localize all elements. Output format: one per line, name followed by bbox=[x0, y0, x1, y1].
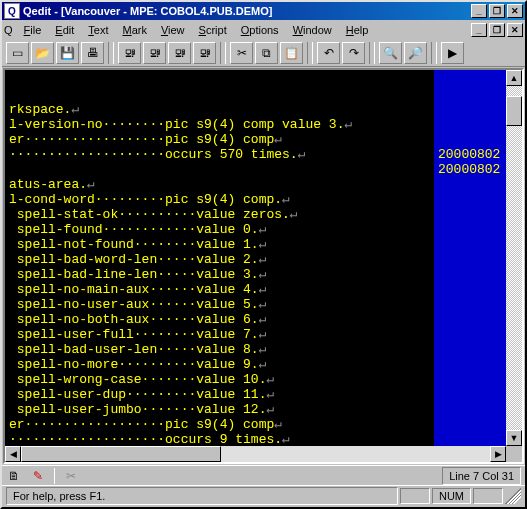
editor-line[interactable]: l-version-no········pic s9(4) comp value… bbox=[9, 117, 502, 132]
doc-minimize-button[interactable]: _ bbox=[471, 23, 487, 37]
gutter-line bbox=[438, 267, 502, 282]
paste-icon[interactable]: 📋 bbox=[280, 42, 303, 64]
menu-options[interactable]: Options bbox=[234, 22, 286, 38]
vertical-scrollbar[interactable]: ▲ ▼ bbox=[506, 70, 522, 446]
find-icon[interactable]: 🔍 bbox=[379, 42, 402, 64]
editor-line[interactable]: spell-not-found········value 1.↵ bbox=[9, 237, 502, 252]
menu-file[interactable]: File bbox=[17, 22, 49, 38]
gutter-line bbox=[438, 72, 502, 87]
editor-line[interactable]: spell-user-jumbo·······value 12.↵ bbox=[9, 402, 502, 417]
editor-line[interactable]: spell-no-main-aux······value 4.↵ bbox=[9, 282, 502, 297]
compile-icon[interactable]: ▶ bbox=[441, 42, 464, 64]
menu-text[interactable]: Text bbox=[81, 22, 115, 38]
scroll-corner bbox=[506, 446, 522, 462]
gutter-line bbox=[438, 222, 502, 237]
statusbar: For help, press F1. NUM bbox=[2, 485, 525, 505]
gutter-line: 20000802 bbox=[438, 147, 502, 162]
open-icon[interactable]: 📂 bbox=[31, 42, 54, 64]
code-editor[interactable]: rkspace.↵l-version-no········pic s9(4) c… bbox=[5, 70, 506, 446]
editor-line[interactable]: rkspace.↵ bbox=[9, 102, 502, 117]
editor-line[interactable]: spell-wrong-case·······value 10.↵ bbox=[9, 372, 502, 387]
gutter-line bbox=[438, 87, 502, 102]
editor-line[interactable]: spell-bad-word-len·····value 2.↵ bbox=[9, 252, 502, 267]
gutter-line bbox=[438, 387, 502, 402]
hscroll-track[interactable] bbox=[21, 446, 490, 462]
print-icon[interactable]: 🖶 bbox=[81, 42, 104, 64]
doc-maximize-button[interactable]: ❐ bbox=[489, 23, 505, 37]
toolbar-separator bbox=[108, 42, 114, 64]
host-icon[interactable]: 🖳 bbox=[118, 42, 141, 64]
host-save-icon[interactable]: 🖳 bbox=[168, 42, 191, 64]
toolbar-separator bbox=[431, 42, 437, 64]
scroll-right-icon[interactable]: ▶ bbox=[490, 446, 506, 462]
editor-line[interactable]: ····················occurs 570 times.↵ bbox=[9, 147, 502, 162]
copy-icon[interactable]: ⧉ bbox=[255, 42, 278, 64]
toolbar-separator bbox=[307, 42, 313, 64]
editor-line[interactable]: spell-stat-ok··········value zeros.↵ bbox=[9, 207, 502, 222]
editor-line[interactable]: er··················pic s9(4) comp↵ bbox=[9, 417, 502, 432]
gutter-line bbox=[438, 102, 502, 117]
toolbar: ▭📂💾🖶🖳🖳🖳🖳✂⧉📋↶↷🔍🔎▶ bbox=[2, 39, 525, 67]
editor-line[interactable]: spell-found············value 0.↵ bbox=[9, 222, 502, 237]
undo-icon[interactable]: ↶ bbox=[317, 42, 340, 64]
app-icon[interactable]: Q bbox=[4, 3, 20, 19]
host-open-icon[interactable]: 🖳 bbox=[143, 42, 166, 64]
cut-icon[interactable]: ✂ bbox=[230, 42, 253, 64]
scroll-up-icon[interactable]: ▲ bbox=[506, 70, 522, 86]
status-cell-1 bbox=[400, 488, 430, 504]
horizontal-scrollbar[interactable]: ◀ ▶ bbox=[5, 446, 522, 462]
editor-line[interactable]: l-cond-word·········pic s9(4) comp.↵ bbox=[9, 192, 502, 207]
scroll-left-icon[interactable]: ◀ bbox=[5, 446, 21, 462]
editor-line[interactable]: er··················pic s9(4) comp↵ bbox=[9, 132, 502, 147]
editor-line[interactable]: spell-no-both-aux······value 6.↵ bbox=[9, 312, 502, 327]
gutter-line bbox=[438, 402, 502, 417]
icon-bar: 🗎 ✎ ✂ Line 7 Col 31 bbox=[2, 465, 525, 485]
gutter-line bbox=[438, 312, 502, 327]
document-icon[interactable]: 🗎 bbox=[6, 468, 22, 484]
save-icon[interactable]: 💾 bbox=[56, 42, 79, 64]
gutter-line bbox=[438, 177, 502, 192]
editor-line[interactable]: spell-user-full········value 7.↵ bbox=[9, 327, 502, 342]
gutter-line bbox=[438, 372, 502, 387]
hscroll-thumb[interactable] bbox=[21, 446, 221, 462]
minimize-button[interactable]: _ bbox=[471, 4, 487, 18]
menu-script[interactable]: Script bbox=[192, 22, 234, 38]
menu-edit[interactable]: Edit bbox=[48, 22, 81, 38]
maximize-button[interactable]: ❐ bbox=[489, 4, 505, 18]
doc-close-button[interactable]: ✕ bbox=[507, 23, 523, 37]
editor-line[interactable]: spell-no-more··········value 9.↵ bbox=[9, 357, 502, 372]
pencil-icon[interactable]: ✎ bbox=[30, 468, 46, 484]
editor-line[interactable] bbox=[9, 162, 502, 177]
gutter-line bbox=[438, 207, 502, 222]
editor-gutter: 2000080220000802 bbox=[434, 70, 506, 446]
menu-help[interactable]: Help bbox=[339, 22, 376, 38]
find-next-icon[interactable]: 🔎 bbox=[404, 42, 427, 64]
gutter-line bbox=[438, 342, 502, 357]
menu-window[interactable]: Window bbox=[286, 22, 339, 38]
scroll-thumb[interactable] bbox=[506, 96, 522, 126]
editor-line[interactable]: spell-bad-line-len·····value 3.↵ bbox=[9, 267, 502, 282]
editor-line[interactable]: spell-user-dup·········value 11.↵ bbox=[9, 387, 502, 402]
status-cell-3 bbox=[473, 488, 503, 504]
resize-grip-icon[interactable] bbox=[505, 488, 521, 504]
gutter-line bbox=[438, 132, 502, 147]
status-help-text: For help, press F1. bbox=[6, 487, 398, 505]
doc-icon[interactable]: Q bbox=[4, 24, 13, 36]
redo-icon[interactable]: ↷ bbox=[342, 42, 365, 64]
editor-line[interactable]: spell-bad-user-len·····value 8.↵ bbox=[9, 342, 502, 357]
host-list-icon[interactable]: 🖳 bbox=[193, 42, 216, 64]
scroll-down-icon[interactable]: ▼ bbox=[506, 430, 522, 446]
gutter-line bbox=[438, 117, 502, 132]
menu-view[interactable]: View bbox=[154, 22, 192, 38]
menu-mark[interactable]: Mark bbox=[115, 22, 153, 38]
editor-line[interactable]: spell-no-user-aux······value 5.↵ bbox=[9, 297, 502, 312]
close-button[interactable]: ✕ bbox=[507, 4, 523, 18]
gutter-line bbox=[438, 237, 502, 252]
scroll-track[interactable] bbox=[506, 86, 522, 430]
new-icon[interactable]: ▭ bbox=[6, 42, 29, 64]
editor-line[interactable]: ····················occurs 9 times.↵ bbox=[9, 432, 502, 446]
editor-wrap: rkspace.↵l-version-no········pic s9(4) c… bbox=[3, 68, 524, 464]
editor-line[interactable]: atus-area.↵ bbox=[9, 177, 502, 192]
scissors-icon[interactable]: ✂ bbox=[63, 468, 79, 484]
gutter-line bbox=[438, 192, 502, 207]
